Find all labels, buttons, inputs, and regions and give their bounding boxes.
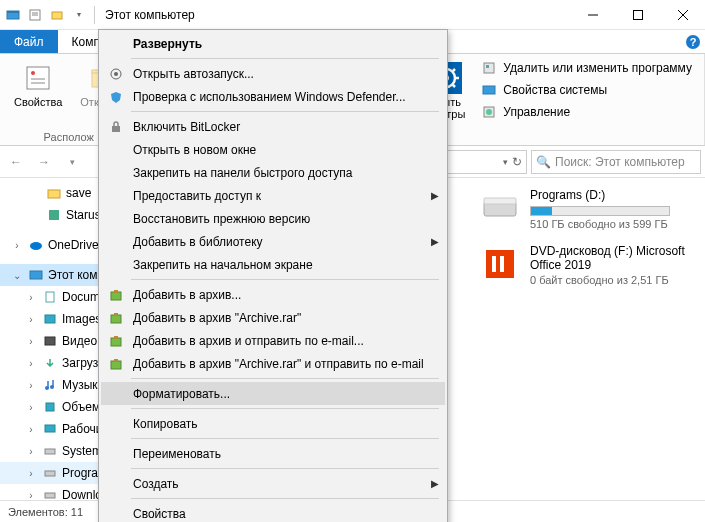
chevron-right-icon[interactable]: › xyxy=(24,468,38,479)
qat-properties-icon[interactable] xyxy=(26,6,44,24)
video-icon xyxy=(42,333,58,349)
properties-button[interactable]: Свойства xyxy=(8,58,68,129)
refresh-icon[interactable]: ↻ xyxy=(512,155,522,169)
qat-new-folder-icon[interactable] xyxy=(48,6,66,24)
status-elements: Элементов: 11 xyxy=(8,506,83,518)
ctx-add-archive[interactable]: Добавить в архив... xyxy=(101,283,445,306)
chevron-right-icon[interactable]: › xyxy=(24,336,38,347)
chevron-right-icon[interactable]: › xyxy=(24,358,38,369)
svg-point-13 xyxy=(31,71,35,75)
chevron-down-icon[interactable]: ⌄ xyxy=(10,270,24,281)
ctx-bitlocker[interactable]: Включить BitLocker xyxy=(101,115,445,138)
ctx-restore[interactable]: Восстановить прежнюю версию xyxy=(101,207,445,230)
chevron-right-icon[interactable]: › xyxy=(24,314,38,325)
ctx-pin-quick[interactable]: Закрепить на панели быстрого доступа xyxy=(101,161,445,184)
svg-rect-53 xyxy=(492,256,496,272)
search-input[interactable]: 🔍 Поиск: Этот компьютер xyxy=(531,150,701,174)
chevron-right-icon: ▶ xyxy=(431,190,439,201)
manage-icon xyxy=(481,104,497,120)
nav-forward-button[interactable]: → xyxy=(32,150,56,174)
uninstall-icon xyxy=(481,60,497,76)
svg-point-36 xyxy=(30,242,42,250)
ctx-properties[interactable]: Свойства xyxy=(101,502,445,522)
tab-file[interactable]: Файл xyxy=(0,30,58,53)
ctx-grant-access[interactable]: Предоставить доступ к▶ xyxy=(101,184,445,207)
chevron-right-icon[interactable]: › xyxy=(24,490,38,501)
ctx-pin-start[interactable]: Закрепить на начальном экране xyxy=(101,253,445,276)
images-icon xyxy=(42,311,58,327)
ctx-expand[interactable]: Развернуть xyxy=(101,32,445,55)
winrar-icon xyxy=(107,355,125,373)
chevron-right-icon[interactable]: › xyxy=(24,402,38,413)
chevron-down-icon[interactable]: ▾ xyxy=(503,157,508,167)
context-menu: Развернуть Открыть автозапуск... Проверк… xyxy=(98,29,448,522)
winrar-icon xyxy=(107,332,125,350)
ctx-add-archive-rar[interactable]: Добавить в архив "Archive.rar" xyxy=(101,306,445,329)
svg-rect-64 xyxy=(111,361,121,369)
drive-item-dvd[interactable]: DVD-дисковод (F:) Microsoft Office 2019 … xyxy=(480,244,695,286)
chevron-right-icon[interactable]: › xyxy=(24,424,38,435)
shield-icon xyxy=(107,88,125,106)
properties-label: Свойства xyxy=(14,96,62,108)
svg-rect-40 xyxy=(45,337,55,345)
cube-icon xyxy=(42,399,58,415)
manage-label: Управление xyxy=(503,105,570,119)
ctx-defender[interactable]: Проверка с использованием Windows Defend… xyxy=(101,85,445,108)
close-button[interactable] xyxy=(660,0,705,30)
drive-name: DVD-дисковод (F:) Microsoft Office 2019 xyxy=(530,244,695,272)
ctx-add-rar-email[interactable]: Добавить в архив "Archive.rar" и отправи… xyxy=(101,352,445,375)
drive-icon xyxy=(480,188,520,228)
qat-dropdown-icon[interactable]: ▾ xyxy=(70,6,88,24)
sidebar-label: Images xyxy=(62,312,101,326)
office-icon xyxy=(480,244,520,284)
svg-rect-31 xyxy=(483,86,495,94)
help-button[interactable]: ? xyxy=(681,30,705,53)
winrar-icon xyxy=(107,286,125,304)
sidebar-label: save xyxy=(66,186,91,200)
ctx-format[interactable]: Форматировать... xyxy=(101,382,445,405)
svg-point-56 xyxy=(114,72,118,76)
svg-rect-7 xyxy=(633,10,642,19)
svg-rect-12 xyxy=(27,67,49,89)
svg-rect-37 xyxy=(30,271,42,279)
drive-item-programs[interactable]: Programs (D:) 510 ГБ свободно из 599 ГБ xyxy=(480,188,695,230)
app-icon xyxy=(4,6,22,24)
ctx-copy[interactable]: Копировать xyxy=(101,412,445,435)
computer-icon xyxy=(28,267,44,283)
maximize-button[interactable] xyxy=(615,0,660,30)
svg-rect-35 xyxy=(49,210,59,220)
svg-rect-1 xyxy=(7,11,19,13)
minimize-button[interactable] xyxy=(570,0,615,30)
drive-icon xyxy=(42,487,58,500)
ctx-add-library[interactable]: Добавить в библиотеку▶ xyxy=(101,230,445,253)
drive-icon xyxy=(42,465,58,481)
svg-rect-30 xyxy=(486,65,489,68)
ctx-autorun[interactable]: Открыть автозапуск... xyxy=(101,62,445,85)
drive-name: Programs (D:) xyxy=(530,188,670,202)
svg-rect-54 xyxy=(500,256,504,272)
nav-back-button[interactable]: ← xyxy=(4,150,28,174)
ctx-rename[interactable]: Переименовать xyxy=(101,442,445,465)
svg-rect-65 xyxy=(114,359,118,362)
uninstall-button[interactable]: Удалить или изменить программу xyxy=(477,58,696,78)
chevron-right-icon[interactable]: › xyxy=(24,380,38,391)
svg-rect-51 xyxy=(484,198,516,204)
ctx-add-send-email[interactable]: Добавить в архив и отправить по e-mail..… xyxy=(101,329,445,352)
nav-recent-button[interactable]: ▾ xyxy=(60,150,84,174)
svg-rect-34 xyxy=(48,190,60,198)
window-title: Этот компьютер xyxy=(97,8,570,22)
svg-rect-5 xyxy=(52,12,62,19)
svg-rect-45 xyxy=(45,449,55,454)
ctx-newwindow[interactable]: Открыть в новом окне xyxy=(101,138,445,161)
chevron-right-icon[interactable]: › xyxy=(24,446,38,457)
chevron-right-icon[interactable]: › xyxy=(10,240,24,251)
svg-rect-57 xyxy=(112,126,120,132)
chevron-right-icon[interactable]: › xyxy=(24,292,38,303)
lock-icon xyxy=(107,118,125,136)
svg-rect-43 xyxy=(46,403,54,411)
system-props-button[interactable]: Свойства системы xyxy=(477,80,696,100)
manage-button[interactable]: Управление xyxy=(477,102,696,122)
folder-icon xyxy=(46,185,62,201)
drive-subtext: 510 ГБ свободно из 599 ГБ xyxy=(530,218,670,230)
ctx-create[interactable]: Создать▶ xyxy=(101,472,445,495)
